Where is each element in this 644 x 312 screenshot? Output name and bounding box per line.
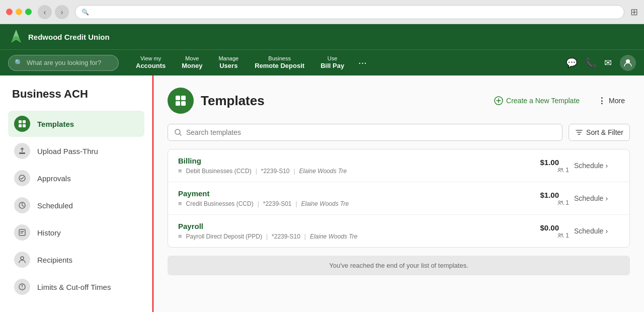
sidebar-item-label-limits: Limits & Cut-off Times [37, 283, 111, 291]
amount-col-payment: $1.00 1 [529, 191, 569, 206]
search-icon: 🔍 [15, 59, 23, 66]
template-type-payroll: Payroll Direct Deposit (PPD) [186, 233, 262, 240]
template-name-payment[interactable]: Payment [178, 189, 529, 198]
back-button[interactable]: ‹ [38, 5, 52, 19]
sidebar-item-approvals[interactable]: Approvals [8, 165, 144, 191]
svg-point-25 [561, 233, 563, 235]
schedule-button-payment[interactable]: Schedule › [569, 191, 619, 205]
svg-point-22 [558, 201, 560, 203]
chat-icon[interactable]: 💬 [566, 57, 577, 68]
sidebar: Business ACH Templates Upload Pass-Thru … [0, 75, 153, 312]
search-placeholder-text: What are you looking for? [27, 59, 101, 66]
logo-text: Redwood Credit Union [28, 33, 110, 41]
more-dots-icon: ⋮ [598, 96, 606, 106]
close-button[interactable] [6, 9, 13, 15]
template-amount-payment: $1.00 [529, 191, 559, 199]
chevron-right-icon: › [605, 227, 608, 235]
type-icon-payment: ≡ [178, 200, 182, 207]
history-icon [14, 224, 30, 241]
chevron-right-icon: › [605, 162, 608, 170]
svg-rect-4 [23, 120, 26, 123]
sort-filter-button[interactable]: Sort & Filter [569, 124, 630, 141]
nav-icon-group: 💬 📞 ✉ [566, 55, 636, 71]
svg-rect-10 [19, 229, 25, 236]
logo-icon [8, 29, 24, 45]
svg-rect-15 [181, 96, 186, 100]
amount-col-billing: $1.00 1 [529, 158, 569, 174]
template-meta-billing: ≡ Debit Businesses (CCD) | *2239-S10 | E… [178, 167, 529, 175]
global-search-bar[interactable]: 🔍 What are you looking for? [8, 55, 119, 71]
more-button[interactable]: ⋮ More [593, 93, 630, 109]
sidebar-item-recipients[interactable]: Recipients [8, 247, 144, 273]
type-icon-billing: ≡ [178, 167, 182, 175]
user-avatar[interactable] [620, 55, 636, 71]
template-info-payment: Payment ≡ Credit Businesses (CCD) | *223… [178, 189, 529, 207]
template-account-payment: *2239-S01 [263, 200, 292, 207]
url-bar[interactable]: 🔍 [75, 5, 624, 19]
template-owner-payroll: Elaine Woods Tre [310, 233, 357, 240]
template-meta-payment: ≡ Credit Businesses (CCD) | *2239-S01 | … [178, 200, 529, 207]
svg-rect-17 [181, 101, 186, 106]
svg-point-20 [558, 168, 560, 170]
svg-rect-16 [176, 101, 180, 106]
template-account-payroll: *2239-S10 [272, 233, 300, 240]
svg-point-11 [21, 257, 24, 260]
svg-rect-5 [19, 124, 22, 127]
browser-toolbar-icon: ⊞ [630, 7, 638, 18]
users-icon [557, 232, 564, 239]
template-amount-billing: $1.00 [529, 158, 559, 167]
table-row: Payroll ≡ Payroll Direct Deposit (PPD) |… [168, 215, 629, 247]
svg-point-21 [561, 168, 563, 170]
nav-more-dots[interactable]: ··· [353, 57, 372, 68]
template-list: Billing ≡ Debit Businesses (CCD) | *2239… [168, 149, 630, 248]
sidebar-item-scheduled[interactable]: Scheduled [8, 192, 144, 218]
sidebar-item-label-history: History [37, 228, 61, 237]
template-count-billing: 1 [529, 167, 569, 174]
schedule-button-billing[interactable]: Schedule › [569, 159, 619, 173]
nav-item-users[interactable]: Manage Users [211, 52, 246, 73]
template-name-payroll[interactable]: Payroll [178, 222, 529, 230]
forward-button[interactable]: › [55, 5, 69, 19]
svg-rect-7 [19, 152, 25, 154]
minimize-button[interactable] [16, 9, 22, 15]
phone-icon[interactable]: 📞 [585, 57, 596, 68]
template-owner-payment: Elaine Woods Tre [301, 200, 349, 207]
type-icon-payroll: ≡ [178, 232, 182, 240]
nav-item-bill-pay[interactable]: Use Bill Pay [313, 52, 351, 73]
app-header: Redwood Credit Union [0, 24, 644, 49]
svg-rect-14 [176, 96, 180, 100]
sidebar-item-templates[interactable]: Templates [8, 111, 144, 137]
search-input[interactable] [186, 128, 556, 136]
template-info-billing: Billing ≡ Debit Businesses (CCD) | *2239… [178, 157, 529, 175]
sidebar-item-upload[interactable]: Upload Pass-Thru [8, 138, 144, 164]
maximize-button[interactable] [25, 9, 32, 15]
template-type-billing: Debit Businesses (CCD) [186, 168, 252, 175]
browser-nav-buttons: ‹ › [38, 5, 69, 19]
mail-icon[interactable]: ✉ [604, 57, 612, 68]
sidebar-title: Business ACH [8, 88, 144, 101]
template-name-billing[interactable]: Billing [178, 157, 529, 165]
svg-rect-6 [23, 124, 26, 127]
end-of-list-message: You've reached the end of your list of t… [168, 256, 630, 275]
create-template-button[interactable]: Create a New Template [489, 93, 585, 108]
sidebar-item-history[interactable]: History [8, 219, 144, 246]
schedule-button-payroll[interactable]: Schedule › [569, 224, 619, 238]
page-title: Templates [201, 93, 489, 109]
svg-rect-3 [19, 120, 22, 123]
nav-item-money[interactable]: Move Money [175, 52, 209, 73]
sidebar-item-limits[interactable]: Limits & Cut-off Times [8, 274, 144, 300]
logo-area: Redwood Credit Union [8, 29, 119, 45]
table-row: Payment ≡ Credit Businesses (CCD) | *223… [168, 182, 629, 215]
main-area: Business ACH Templates Upload Pass-Thru … [0, 75, 644, 312]
sidebar-item-label-recipients: Recipients [37, 256, 72, 264]
search-icon [174, 128, 182, 136]
nav-item-remote-deposit[interactable]: Business Remote Deposit [248, 52, 311, 73]
nav-item-accounts[interactable]: View my Accounts [129, 52, 173, 73]
plus-circle-icon [494, 96, 503, 105]
svg-point-23 [561, 201, 563, 202]
users-icon [557, 167, 564, 173]
template-info-payroll: Payroll ≡ Payroll Direct Deposit (PPD) |… [178, 222, 529, 240]
sidebar-item-label-upload: Upload Pass-Thru [37, 147, 98, 155]
browser-chrome: ‹ › 🔍 ⊞ [0, 0, 644, 24]
url-search-icon: 🔍 [82, 9, 89, 16]
